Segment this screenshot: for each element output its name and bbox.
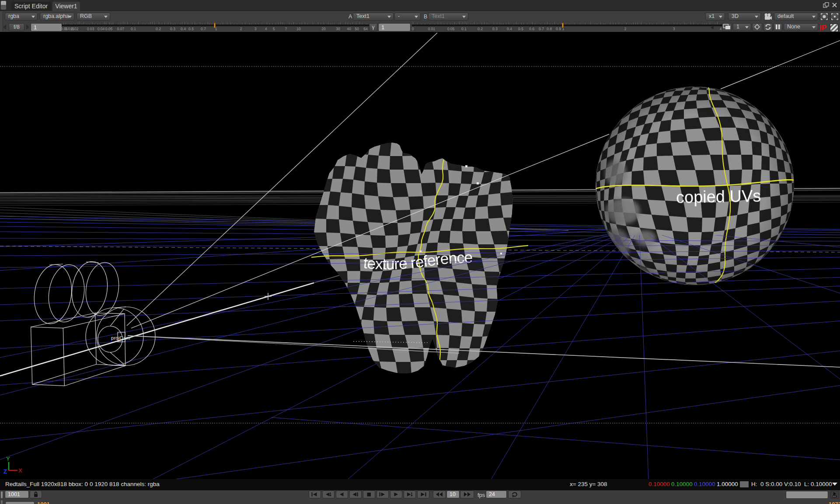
svg-text:Z: Z xyxy=(3,468,7,475)
svg-text:copied UVs: copied UVs xyxy=(676,187,761,206)
svg-text:projCam: projCam xyxy=(111,335,130,341)
svg-text:Y: Y xyxy=(6,455,10,462)
svg-text:X: X xyxy=(18,467,22,474)
